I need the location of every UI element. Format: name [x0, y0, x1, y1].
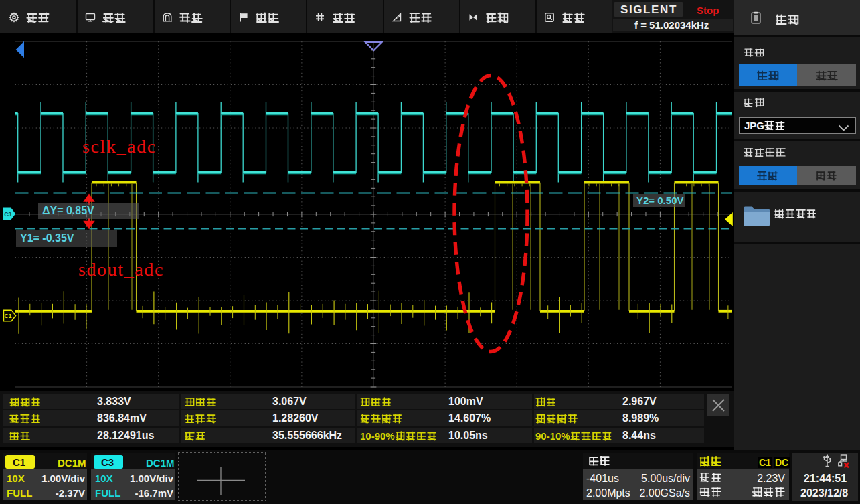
svg-text:C1: C1 — [5, 313, 12, 319]
svg-text:C3: C3 — [4, 211, 11, 218]
